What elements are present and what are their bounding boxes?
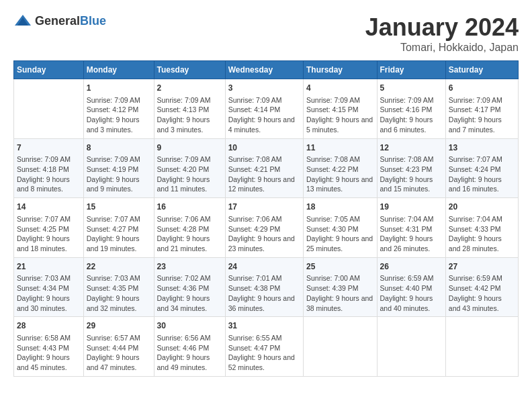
column-header-thursday: Thursday — [303, 61, 377, 79]
calendar-cell: 22Sunrise: 7:03 AMSunset: 4:35 PMDayligh… — [83, 257, 154, 317]
calendar-cell: 9Sunrise: 7:09 AMSunset: 4:20 PMDaylight… — [154, 138, 225, 198]
day-number: 31 — [228, 320, 300, 332]
day-number: 8 — [87, 142, 151, 154]
day-info: Sunrise: 7:08 AMSunset: 4:21 PMDaylight:… — [228, 154, 300, 194]
day-number: 4 — [306, 83, 374, 94]
calendar-cell: 14Sunrise: 7:07 AMSunset: 4:25 PMDayligh… — [14, 198, 84, 258]
day-number: 11 — [306, 142, 374, 154]
calendar-cell — [14, 79, 84, 139]
day-number: 25 — [306, 261, 374, 273]
column-header-tuesday: Tuesday — [154, 61, 225, 79]
column-header-saturday: Saturday — [445, 61, 518, 79]
calendar-cell: 31Sunrise: 6:55 AMSunset: 4:47 PMDayligh… — [225, 317, 303, 377]
calendar-cell: 21Sunrise: 7:03 AMSunset: 4:34 PMDayligh… — [14, 257, 84, 317]
day-number: 30 — [157, 320, 222, 332]
day-info: Sunrise: 7:04 AMSunset: 4:33 PMDaylight:… — [449, 214, 515, 254]
calendar-header-row: SundayMondayTuesdayWednesdayThursdayFrid… — [14, 61, 519, 79]
day-number: 15 — [87, 201, 151, 213]
day-number: 21 — [17, 261, 81, 273]
day-info: Sunrise: 7:09 AMSunset: 4:17 PMDaylight:… — [449, 95, 515, 135]
day-number: 19 — [380, 201, 443, 213]
day-number: 27 — [449, 261, 515, 273]
day-number: 28 — [17, 320, 81, 332]
calendar-week-3: 14Sunrise: 7:07 AMSunset: 4:25 PMDayligh… — [14, 198, 519, 258]
calendar-cell: 3Sunrise: 7:09 AMSunset: 4:14 PMDaylight… — [225, 79, 303, 139]
logo-text-blue: Blue — [80, 14, 106, 28]
calendar-cell: 26Sunrise: 6:59 AMSunset: 4:40 PMDayligh… — [377, 257, 445, 317]
day-info: Sunrise: 7:00 AMSunset: 4:39 PMDaylight:… — [306, 273, 374, 313]
day-number: 24 — [228, 261, 300, 273]
title-area: January 2024 Tomari, Hokkaido, Japan — [365, 13, 519, 54]
day-number: 23 — [157, 261, 222, 273]
day-info: Sunrise: 7:09 AMSunset: 4:15 PMDaylight:… — [306, 95, 374, 135]
calendar-table: SundayMondayTuesdayWednesdayThursdayFrid… — [13, 60, 519, 377]
day-number: 13 — [449, 142, 515, 154]
day-info: Sunrise: 7:04 AMSunset: 4:31 PMDaylight:… — [380, 214, 443, 254]
day-number: 10 — [228, 142, 300, 154]
day-info: Sunrise: 6:55 AMSunset: 4:47 PMDaylight:… — [228, 333, 300, 373]
day-number: 6 — [449, 83, 515, 94]
calendar-cell: 29Sunrise: 6:57 AMSunset: 4:44 PMDayligh… — [83, 317, 154, 377]
day-info: Sunrise: 7:06 AMSunset: 4:29 PMDaylight:… — [228, 214, 300, 254]
day-info: Sunrise: 7:06 AMSunset: 4:28 PMDaylight:… — [157, 214, 222, 254]
day-info: Sunrise: 7:09 AMSunset: 4:19 PMDaylight:… — [87, 154, 151, 194]
calendar-week-4: 21Sunrise: 7:03 AMSunset: 4:34 PMDayligh… — [14, 257, 519, 317]
calendar-week-1: 1Sunrise: 7:09 AMSunset: 4:12 PMDaylight… — [14, 79, 519, 139]
calendar-cell: 15Sunrise: 7:07 AMSunset: 4:27 PMDayligh… — [83, 198, 154, 258]
calendar-cell: 28Sunrise: 6:58 AMSunset: 4:43 PMDayligh… — [14, 317, 84, 377]
day-number: 9 — [157, 142, 222, 154]
day-info: Sunrise: 7:03 AMSunset: 4:35 PMDaylight:… — [87, 273, 151, 313]
calendar-cell: 18Sunrise: 7:05 AMSunset: 4:30 PMDayligh… — [303, 198, 377, 258]
column-header-friday: Friday — [377, 61, 445, 79]
day-info: Sunrise: 7:07 AMSunset: 4:24 PMDaylight:… — [449, 154, 515, 194]
calendar-cell: 1Sunrise: 7:09 AMSunset: 4:12 PMDaylight… — [83, 79, 154, 139]
calendar-cell: 25Sunrise: 7:00 AMSunset: 4:39 PMDayligh… — [303, 257, 377, 317]
day-info: Sunrise: 7:09 AMSunset: 4:18 PMDaylight:… — [17, 154, 81, 194]
calendar-cell: 4Sunrise: 7:09 AMSunset: 4:15 PMDaylight… — [303, 79, 377, 139]
calendar-cell: 7Sunrise: 7:09 AMSunset: 4:18 PMDaylight… — [14, 138, 84, 198]
day-info: Sunrise: 7:08 AMSunset: 4:23 PMDaylight:… — [380, 154, 443, 194]
calendar-week-5: 28Sunrise: 6:58 AMSunset: 4:43 PMDayligh… — [14, 317, 519, 377]
day-info: Sunrise: 6:56 AMSunset: 4:46 PMDaylight:… — [157, 333, 222, 373]
main-title: January 2024 — [365, 13, 519, 42]
day-number: 26 — [380, 261, 443, 273]
logo-text-general: General — [35, 14, 80, 28]
day-info: Sunrise: 7:07 AMSunset: 4:25 PMDaylight:… — [17, 214, 81, 254]
day-number: 3 — [228, 83, 300, 94]
calendar-cell: 17Sunrise: 7:06 AMSunset: 4:29 PMDayligh… — [225, 198, 303, 258]
day-number: 17 — [228, 201, 300, 213]
calendar-cell: 5Sunrise: 7:09 AMSunset: 4:16 PMDaylight… — [377, 79, 445, 139]
day-number: 14 — [17, 201, 81, 213]
day-number: 29 — [87, 320, 151, 332]
calendar-cell — [445, 317, 518, 377]
day-info: Sunrise: 7:09 AMSunset: 4:12 PMDaylight:… — [87, 95, 151, 135]
day-number: 5 — [380, 83, 443, 94]
page-header: GeneralBlue January 2024 Tomari, Hokkaid… — [13, 13, 519, 54]
day-number: 18 — [306, 201, 374, 213]
calendar-cell: 20Sunrise: 7:04 AMSunset: 4:33 PMDayligh… — [445, 198, 518, 258]
calendar-cell: 8Sunrise: 7:09 AMSunset: 4:19 PMDaylight… — [83, 138, 154, 198]
day-number: 20 — [449, 201, 515, 213]
day-number: 12 — [380, 142, 443, 154]
day-info: Sunrise: 7:09 AMSunset: 4:16 PMDaylight:… — [380, 95, 443, 135]
day-info: Sunrise: 7:02 AMSunset: 4:36 PMDaylight:… — [157, 273, 222, 313]
logo-icon — [13, 13, 32, 28]
calendar-cell: 23Sunrise: 7:02 AMSunset: 4:36 PMDayligh… — [154, 257, 225, 317]
day-number: 7 — [17, 142, 81, 154]
day-info: Sunrise: 7:01 AMSunset: 4:38 PMDaylight:… — [228, 273, 300, 313]
calendar-cell: 13Sunrise: 7:07 AMSunset: 4:24 PMDayligh… — [445, 138, 518, 198]
calendar-cell — [377, 317, 445, 377]
calendar-cell: 24Sunrise: 7:01 AMSunset: 4:38 PMDayligh… — [225, 257, 303, 317]
calendar-cell: 19Sunrise: 7:04 AMSunset: 4:31 PMDayligh… — [377, 198, 445, 258]
day-info: Sunrise: 7:09 AMSunset: 4:14 PMDaylight:… — [228, 95, 300, 135]
calendar-cell: 11Sunrise: 7:08 AMSunset: 4:22 PMDayligh… — [303, 138, 377, 198]
day-info: Sunrise: 7:09 AMSunset: 4:13 PMDaylight:… — [157, 95, 222, 135]
calendar-week-2: 7Sunrise: 7:09 AMSunset: 4:18 PMDaylight… — [14, 138, 519, 198]
day-info: Sunrise: 7:05 AMSunset: 4:30 PMDaylight:… — [306, 214, 374, 254]
calendar-cell: 27Sunrise: 6:59 AMSunset: 4:42 PMDayligh… — [445, 257, 518, 317]
day-info: Sunrise: 6:59 AMSunset: 4:42 PMDaylight:… — [449, 273, 515, 313]
calendar-cell: 6Sunrise: 7:09 AMSunset: 4:17 PMDaylight… — [445, 79, 518, 139]
day-info: Sunrise: 7:08 AMSunset: 4:22 PMDaylight:… — [306, 154, 374, 194]
day-number: 2 — [157, 83, 222, 94]
day-info: Sunrise: 7:03 AMSunset: 4:34 PMDaylight:… — [17, 273, 81, 313]
